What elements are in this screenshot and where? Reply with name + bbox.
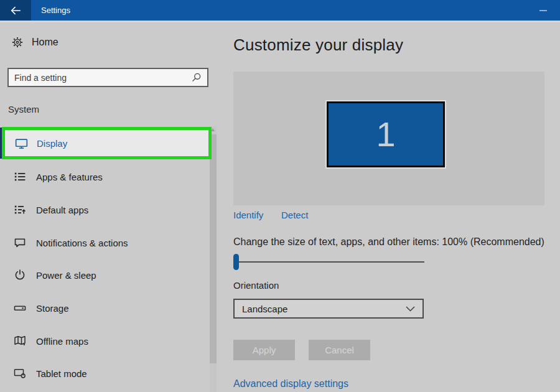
orientation-value: Landscape <box>242 304 287 314</box>
sidebar: Home System Display Apps & <box>0 21 219 392</box>
selected-accent-bar <box>0 128 4 159</box>
sidebar-item-tablet-mode[interactable]: Tablet mode <box>0 358 209 389</box>
gear-icon <box>12 37 23 48</box>
home-label: Home <box>32 37 58 48</box>
sidebar-item-notifications[interactable]: Notifications & actions <box>0 227 209 258</box>
sidebar-item-label: Default apps <box>36 205 88 215</box>
offline-maps-icon <box>14 335 26 347</box>
monitor-number: 1 <box>376 117 395 152</box>
notifications-icon <box>14 236 26 249</box>
power-icon <box>14 269 26 281</box>
search-icon[interactable] <box>191 72 202 83</box>
window-title: Settings <box>41 0 70 21</box>
scale-slider-thumb[interactable] <box>233 254 239 270</box>
sidebar-item-display[interactable]: Display <box>0 128 212 159</box>
page-title: Customize your display <box>233 35 403 55</box>
section-header-system: System <box>8 104 39 114</box>
chevron-down-icon <box>406 306 415 312</box>
scale-slider-track[interactable] <box>233 261 424 263</box>
sidebar-item-label: Offline maps <box>36 336 88 347</box>
storage-icon <box>14 302 26 314</box>
display-preview-panel: 1 <box>233 72 544 205</box>
sidebar-item-offline-maps[interactable]: Offline maps <box>0 325 209 357</box>
sidebar-item-label: Storage <box>36 303 69 314</box>
sidebar-item-power-sleep[interactable]: Power & sleep <box>0 259 209 291</box>
sidebar-item-label: Power & sleep <box>36 270 96 281</box>
orientation-label: Orientation <box>233 280 279 291</box>
sidebar-item-label: Notifications & actions <box>36 238 128 248</box>
back-arrow-icon <box>10 6 21 16</box>
sidebar-item-label: Display <box>37 138 67 149</box>
cancel-button[interactable]: Cancel <box>309 340 370 360</box>
sidebar-item-home[interactable]: Home <box>12 37 58 48</box>
sidebar-scrollbar-thumb[interactable] <box>210 134 217 363</box>
minimize-icon <box>539 10 547 11</box>
detect-link[interactable]: Detect <box>281 210 308 220</box>
apps-features-icon <box>14 170 26 183</box>
scrollbar-up-arrow-icon <box>211 128 215 131</box>
identify-link[interactable]: Identify <box>233 210 263 220</box>
sidebar-scrollbar[interactable] <box>210 126 217 392</box>
monitor-preview[interactable]: 1 <box>327 101 445 167</box>
search-input[interactable] <box>14 73 191 83</box>
orientation-dropdown[interactable]: Landscape <box>233 299 424 319</box>
apply-button[interactable]: Apply <box>233 340 295 360</box>
sidebar-item-default-apps[interactable]: Default apps <box>0 194 209 225</box>
tablet-mode-icon <box>14 367 26 380</box>
main-content: Customize your display 1 Identify Detect… <box>233 21 560 392</box>
scale-label: Change the size of text, apps, and other… <box>233 236 544 248</box>
display-icon <box>15 137 28 150</box>
back-button[interactable] <box>0 0 31 21</box>
titlebar: Settings <box>0 0 560 21</box>
sidebar-item-storage[interactable]: Storage <box>0 292 209 324</box>
advanced-display-settings-link[interactable]: Advanced display settings <box>233 378 348 390</box>
search-box[interactable] <box>7 68 208 87</box>
minimize-button[interactable] <box>530 0 556 21</box>
default-apps-icon <box>14 203 26 216</box>
sidebar-item-apps-features[interactable]: Apps & features <box>0 161 209 192</box>
sidebar-item-label: Apps & features <box>36 172 103 182</box>
sidebar-item-label: Tablet mode <box>36 368 87 379</box>
